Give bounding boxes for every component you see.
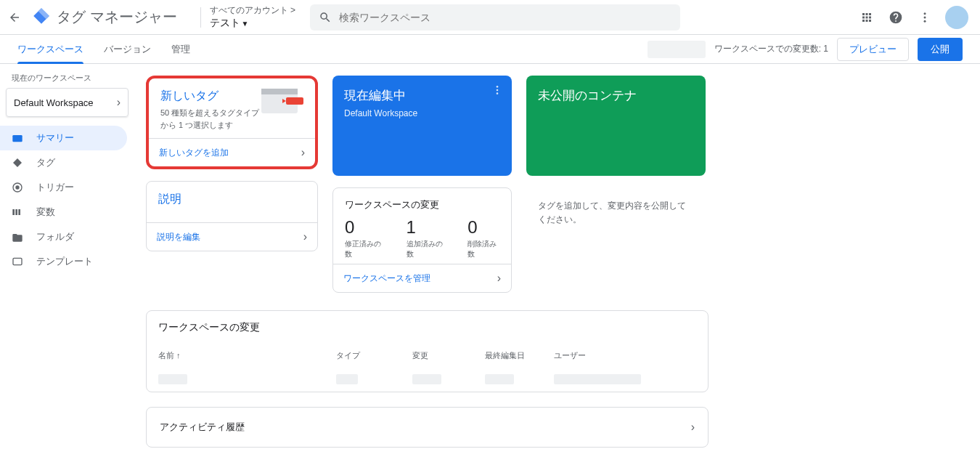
workspace-changes-count: ワークスペースでの変更数: 1 — [714, 43, 828, 55]
content: 新しいタグ 50 種類を超えるタグタイプから 1 つ選択します 新しいタグを追加… — [134, 64, 980, 449]
card-col-3: 未公開のコンテナ タグを追加して、変更内容を公開してください。 — [526, 76, 706, 293]
sidebar: 現在のワークスペース Default Workspace › サマリー タグ ト… — [0, 64, 134, 449]
col-name[interactable]: 名前 ↑ — [158, 350, 336, 361]
description-action-label: 説明を編集 — [157, 231, 200, 243]
editing-card-menu[interactable] — [491, 84, 503, 98]
sidebar-item-summary[interactable]: サマリー — [0, 126, 127, 150]
svg-point-14 — [497, 89, 499, 92]
sidebar-item-label: フォルダ — [36, 230, 74, 243]
stats-action-label: ワークスペースを管理 — [343, 272, 430, 285]
stat-deleted: 0 削除済み数 — [467, 217, 499, 259]
sidebar-item-tags[interactable]: タグ — [0, 150, 127, 175]
unpublished-msg: タグを追加して、変更内容を公開してください。 — [526, 187, 706, 238]
chevron-right-icon: › — [117, 96, 121, 109]
app-title: タグ マネージャー — [57, 7, 177, 27]
header: タグ マネージャー すべてのアカウント > テスト ▼ — [0, 0, 980, 35]
folder-icon — [12, 232, 26, 242]
tag-icon — [12, 157, 26, 169]
preview-button[interactable]: プレビュー — [837, 38, 909, 61]
chevron-right-icon: › — [301, 146, 305, 159]
changes-panel-title: ワークスペースの変更 — [147, 311, 708, 344]
publish-button[interactable]: 公開 — [918, 38, 963, 61]
stats-title: ワークスペースの変更 — [345, 198, 499, 211]
edit-description-button[interactable]: 説明を編集 › — [147, 222, 317, 251]
search-icon — [319, 11, 332, 24]
container-id-placeholder — [648, 41, 706, 58]
unpublished-card: 未公開のコンテナ — [526, 76, 706, 176]
avatar[interactable] — [945, 6, 968, 29]
editing-sub: Default Workspace — [344, 108, 500, 118]
new-tag-action-label: 新しいタグを追加 — [159, 147, 229, 159]
stat-added: 1 追加済みの数 — [407, 217, 445, 259]
apps-icon[interactable] — [858, 9, 875, 26]
summary-icon — [12, 133, 26, 143]
unpublished-title: 未公開のコンテナ — [538, 87, 694, 104]
current-workspace-label: 現在のワークスペース — [0, 73, 134, 88]
cards-row: 新しいタグ 50 種類を超えるタグタイプから 1 つ選択します 新しいタグを追加… — [146, 76, 968, 293]
tab-admin[interactable]: 管理 — [171, 35, 190, 63]
sidebar-item-variables[interactable]: 変数 — [0, 200, 127, 224]
chevron-right-icon: › — [497, 272, 501, 285]
breadcrumb[interactable]: すべてのアカウント > テスト ▼ — [210, 4, 295, 30]
gtm-logo-icon — [32, 7, 51, 28]
sidebar-item-label: サマリー — [36, 132, 74, 145]
sidebar-item-label: テンプレート — [36, 255, 93, 268]
template-icon — [12, 256, 26, 267]
svg-rect-11 — [261, 89, 298, 94]
trigger-icon — [12, 182, 26, 193]
description-title: 説明 — [158, 192, 306, 207]
editing-title: 現在編集中 — [344, 87, 500, 104]
svg-point-15 — [497, 92, 499, 94]
stat-modified: 0 修正済みの数 — [345, 217, 383, 259]
manage-workspace-button[interactable]: ワークスペースを管理 › — [333, 264, 511, 292]
sidebar-item-label: トリガー — [36, 181, 74, 194]
svg-rect-7 — [15, 209, 17, 215]
tab-workspace[interactable]: ワークスペース — [17, 35, 83, 63]
col-edit[interactable]: 最終編集日 — [485, 350, 554, 361]
svg-rect-9 — [13, 258, 22, 264]
card-col-1: 新しいタグ 50 種類を超えるタグタイプから 1 つ選択します 新しいタグを追加… — [146, 76, 318, 293]
sidebar-item-folders[interactable]: フォルダ — [0, 224, 127, 249]
breadcrumb-container: テスト ▼ — [210, 17, 295, 30]
sidebar-item-templates[interactable]: テンプレート — [0, 249, 127, 274]
col-change[interactable]: 変更 — [412, 350, 485, 361]
nav-tabs: ワークスペース バージョン 管理 ワークスペースでの変更数: 1 プレビュー 公… — [0, 35, 980, 64]
card-col-2: 現在編集中 Default Workspace ワークスペースの変更 0 修正済… — [332, 76, 512, 293]
svg-rect-8 — [18, 209, 20, 215]
svg-point-0 — [924, 12, 926, 15]
sidebar-item-triggers[interactable]: トリガー — [0, 175, 127, 200]
tag-preview-icon — [261, 86, 303, 117]
activity-history-button[interactable]: アクティビティ履歴 › — [147, 408, 708, 447]
col-user[interactable]: ユーザー — [554, 350, 626, 361]
more-vert-icon[interactable] — [916, 9, 934, 26]
add-new-tag-button[interactable]: 新しいタグを追加 › — [149, 138, 315, 166]
table-row[interactable] — [147, 367, 708, 392]
description-card: 説明 説明を編集 › — [146, 181, 318, 251]
changes-table-head: 名前 ↑ タイプ 変更 最終編集日 ユーザー — [147, 344, 708, 367]
activity-history-panel: アクティビティ履歴 › — [146, 407, 709, 448]
workspace-changes-panel: ワークスペースの変更 名前 ↑ タイプ 変更 最終編集日 ユーザー — [146, 310, 709, 392]
help-icon[interactable] — [887, 9, 905, 26]
nav-right: ワークスペースでの変更数: 1 プレビュー 公開 — [648, 38, 963, 61]
tab-versions[interactable]: バージョン — [104, 35, 151, 63]
back-button[interactable] — [6, 9, 23, 26]
stats-card: ワークスペースの変更 0 修正済みの数 1 追加済みの数 0 — [332, 187, 512, 293]
search-input[interactable] — [339, 12, 671, 23]
svg-point-2 — [924, 20, 926, 22]
svg-point-5 — [16, 186, 19, 189]
svg-point-1 — [924, 16, 926, 18]
sidebar-item-label: 変数 — [36, 206, 55, 219]
chevron-right-icon: › — [303, 230, 307, 243]
col-type[interactable]: タイプ — [336, 350, 412, 361]
header-right — [858, 6, 968, 29]
svg-rect-3 — [12, 135, 22, 142]
new-tag-card: 新しいタグ 50 種類を超えるタグタイプから 1 つ選択します 新しいタグを追加… — [146, 76, 318, 169]
svg-point-13 — [497, 86, 499, 88]
unpublished-msg-card: タグを追加して、変更内容を公開してください。 — [526, 187, 706, 238]
chevron-down-icon: ▼ — [242, 20, 249, 28]
workspace-selector[interactable]: Default Workspace › — [6, 88, 128, 117]
sidebar-item-label: タグ — [36, 156, 55, 169]
chevron-right-icon: › — [691, 421, 695, 434]
search-bar[interactable] — [310, 4, 680, 31]
svg-rect-6 — [12, 209, 15, 215]
